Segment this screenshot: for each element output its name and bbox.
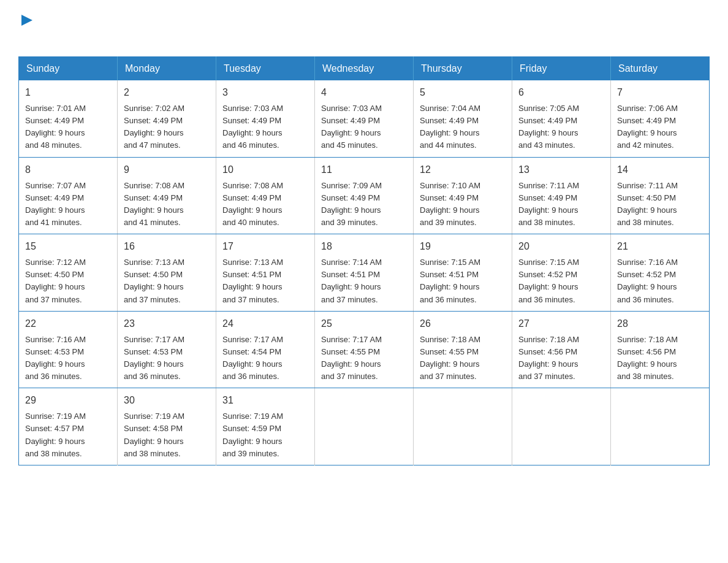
day-number: 15 <box>25 239 111 254</box>
calendar-cell: 11Sunrise: 7:09 AMSunset: 4:49 PMDayligh… <box>315 157 414 234</box>
day-number: 3 <box>222 85 308 100</box>
day-info: Sunrise: 7:19 AMSunset: 4:58 PMDaylight:… <box>124 412 184 458</box>
day-info: Sunrise: 7:16 AMSunset: 4:53 PMDaylight:… <box>25 335 86 381</box>
day-number: 23 <box>124 316 210 331</box>
day-number: 18 <box>321 239 407 254</box>
calendar-cell: 22Sunrise: 7:16 AMSunset: 4:53 PMDayligh… <box>19 311 118 388</box>
day-info: Sunrise: 7:03 AMSunset: 4:49 PMDaylight:… <box>222 104 283 150</box>
calendar-cell: 23Sunrise: 7:17 AMSunset: 4:53 PMDayligh… <box>118 311 216 388</box>
calendar-cell <box>512 388 611 465</box>
calendar-cell: 10Sunrise: 7:08 AMSunset: 4:49 PMDayligh… <box>216 157 315 234</box>
day-info: Sunrise: 7:15 AMSunset: 4:51 PMDaylight:… <box>420 258 480 304</box>
day-info: Sunrise: 7:19 AMSunset: 4:59 PMDaylight:… <box>222 412 283 458</box>
calendar-cell: 27Sunrise: 7:18 AMSunset: 4:56 PMDayligh… <box>512 311 611 388</box>
calendar-cell: 26Sunrise: 7:18 AMSunset: 4:55 PMDayligh… <box>414 311 512 388</box>
calendar-cell: 1Sunrise: 7:01 AMSunset: 4:49 PMDaylight… <box>19 80 118 157</box>
day-info: Sunrise: 7:14 AMSunset: 4:51 PMDaylight:… <box>321 258 382 304</box>
day-info: Sunrise: 7:03 AMSunset: 4:49 PMDaylight:… <box>321 104 382 150</box>
calendar-header-row: SundayMondayTuesdayWednesdayThursdayFrid… <box>19 57 710 81</box>
day-number: 27 <box>518 316 604 331</box>
calendar-cell <box>315 388 414 465</box>
day-number: 5 <box>420 85 506 100</box>
col-header-monday: Monday <box>118 57 216 81</box>
calendar-table: SundayMondayTuesdayWednesdayThursdayFrid… <box>18 56 710 465</box>
calendar-cell: 14Sunrise: 7:11 AMSunset: 4:50 PMDayligh… <box>611 157 710 234</box>
day-number: 2 <box>124 85 210 100</box>
calendar-cell: 28Sunrise: 7:18 AMSunset: 4:56 PMDayligh… <box>611 311 710 388</box>
calendar-cell: 9Sunrise: 7:08 AMSunset: 4:49 PMDaylight… <box>118 157 216 234</box>
calendar-cell: 12Sunrise: 7:10 AMSunset: 4:49 PMDayligh… <box>414 157 512 234</box>
day-number: 6 <box>518 85 604 100</box>
calendar-week-row: 22Sunrise: 7:16 AMSunset: 4:53 PMDayligh… <box>19 311 710 388</box>
day-number: 10 <box>222 163 308 177</box>
day-number: 4 <box>321 85 407 100</box>
calendar-cell: 4Sunrise: 7:03 AMSunset: 4:49 PMDaylight… <box>315 80 414 157</box>
day-info: Sunrise: 7:01 AMSunset: 4:49 PMDaylight:… <box>25 104 86 150</box>
calendar-cell: 19Sunrise: 7:15 AMSunset: 4:51 PMDayligh… <box>414 234 512 312</box>
calendar-cell: 18Sunrise: 7:14 AMSunset: 4:51 PMDayligh… <box>315 234 414 312</box>
day-info: Sunrise: 7:12 AMSunset: 4:50 PMDaylight:… <box>25 258 86 304</box>
day-number: 24 <box>222 316 308 331</box>
day-number: 30 <box>124 393 210 408</box>
day-number: 29 <box>25 393 111 408</box>
calendar-cell: 7Sunrise: 7:06 AMSunset: 4:49 PMDaylight… <box>611 80 710 157</box>
day-info: Sunrise: 7:18 AMSunset: 4:56 PMDaylight:… <box>518 335 579 381</box>
day-number: 14 <box>617 163 703 177</box>
day-number: 7 <box>617 85 703 100</box>
svg-marker-0 <box>21 15 32 26</box>
day-info: Sunrise: 7:17 AMSunset: 4:55 PMDaylight:… <box>321 335 382 381</box>
calendar-cell <box>611 388 710 465</box>
day-number: 22 <box>25 316 111 331</box>
col-header-sunday: Sunday <box>19 57 118 81</box>
day-info: Sunrise: 7:18 AMSunset: 4:55 PMDaylight:… <box>420 335 480 381</box>
calendar-cell: 8Sunrise: 7:07 AMSunset: 4:49 PMDaylight… <box>19 157 118 234</box>
calendar-cell: 15Sunrise: 7:12 AMSunset: 4:50 PMDayligh… <box>19 234 118 312</box>
day-number: 9 <box>124 163 210 177</box>
calendar-cell: 29Sunrise: 7:19 AMSunset: 4:57 PMDayligh… <box>19 388 118 465</box>
day-number: 16 <box>124 239 210 254</box>
calendar-cell: 31Sunrise: 7:19 AMSunset: 4:59 PMDayligh… <box>216 388 315 465</box>
calendar-cell: 3Sunrise: 7:03 AMSunset: 4:49 PMDaylight… <box>216 80 315 157</box>
day-info: Sunrise: 7:05 AMSunset: 4:49 PMDaylight:… <box>518 104 579 150</box>
day-info: Sunrise: 7:11 AMSunset: 4:50 PMDaylight:… <box>617 181 678 227</box>
day-info: Sunrise: 7:13 AMSunset: 4:50 PMDaylight:… <box>124 258 184 304</box>
day-number: 17 <box>222 239 308 254</box>
col-header-friday: Friday <box>512 57 611 81</box>
day-info: Sunrise: 7:04 AMSunset: 4:49 PMDaylight:… <box>420 104 480 150</box>
day-info: Sunrise: 7:17 AMSunset: 4:53 PMDaylight:… <box>124 335 184 381</box>
calendar-cell: 21Sunrise: 7:16 AMSunset: 4:52 PMDayligh… <box>611 234 710 312</box>
day-number: 8 <box>25 163 111 177</box>
day-info: Sunrise: 7:08 AMSunset: 4:49 PMDaylight:… <box>124 181 184 227</box>
day-info: Sunrise: 7:09 AMSunset: 4:49 PMDaylight:… <box>321 181 382 227</box>
col-header-wednesday: Wednesday <box>315 57 414 81</box>
day-info: Sunrise: 7:11 AMSunset: 4:49 PMDaylight:… <box>518 181 579 227</box>
day-number: 28 <box>617 316 703 331</box>
page-header <box>18 12 710 44</box>
logo-arrow-icon <box>20 13 34 27</box>
day-number: 13 <box>518 163 604 177</box>
day-info: Sunrise: 7:18 AMSunset: 4:56 PMDaylight:… <box>617 335 678 381</box>
calendar-cell: 5Sunrise: 7:04 AMSunset: 4:49 PMDaylight… <box>414 80 512 157</box>
calendar-week-row: 15Sunrise: 7:12 AMSunset: 4:50 PMDayligh… <box>19 234 710 312</box>
calendar-cell: 2Sunrise: 7:02 AMSunset: 4:49 PMDaylight… <box>118 80 216 157</box>
calendar-cell: 25Sunrise: 7:17 AMSunset: 4:55 PMDayligh… <box>315 311 414 388</box>
day-number: 19 <box>420 239 506 254</box>
day-info: Sunrise: 7:13 AMSunset: 4:51 PMDaylight:… <box>222 258 283 304</box>
calendar-cell: 20Sunrise: 7:15 AMSunset: 4:52 PMDayligh… <box>512 234 611 312</box>
day-info: Sunrise: 7:02 AMSunset: 4:49 PMDaylight:… <box>124 104 184 150</box>
day-number: 12 <box>420 163 506 177</box>
logo <box>18 12 34 44</box>
calendar-week-row: 8Sunrise: 7:07 AMSunset: 4:49 PMDaylight… <box>19 157 710 234</box>
col-header-tuesday: Tuesday <box>216 57 315 81</box>
day-number: 1 <box>25 85 111 100</box>
calendar-week-row: 1Sunrise: 7:01 AMSunset: 4:49 PMDaylight… <box>19 80 710 157</box>
calendar-cell <box>414 388 512 465</box>
day-number: 21 <box>617 239 703 254</box>
calendar-cell: 6Sunrise: 7:05 AMSunset: 4:49 PMDaylight… <box>512 80 611 157</box>
day-info: Sunrise: 7:06 AMSunset: 4:49 PMDaylight:… <box>617 104 678 150</box>
col-header-thursday: Thursday <box>414 57 512 81</box>
day-info: Sunrise: 7:19 AMSunset: 4:57 PMDaylight:… <box>25 412 86 458</box>
day-number: 25 <box>321 316 407 331</box>
day-info: Sunrise: 7:17 AMSunset: 4:54 PMDaylight:… <box>222 335 283 381</box>
calendar-cell: 30Sunrise: 7:19 AMSunset: 4:58 PMDayligh… <box>118 388 216 465</box>
